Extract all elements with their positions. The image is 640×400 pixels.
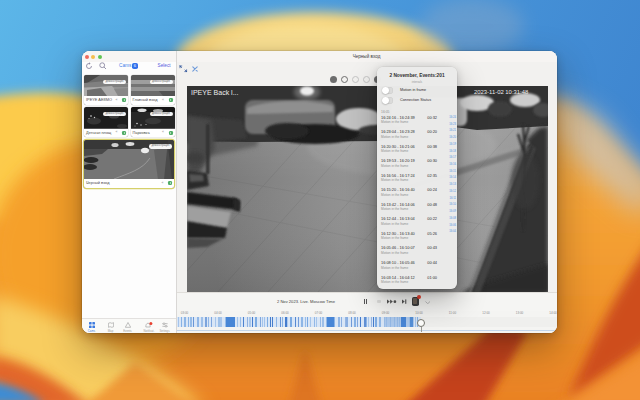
svg-text:IPEYE Back l...: IPEYE Back l...	[191, 89, 239, 96]
svg-text:2023-11-02 10:31:48: 2023-11-02 10:31:48	[474, 88, 529, 94]
